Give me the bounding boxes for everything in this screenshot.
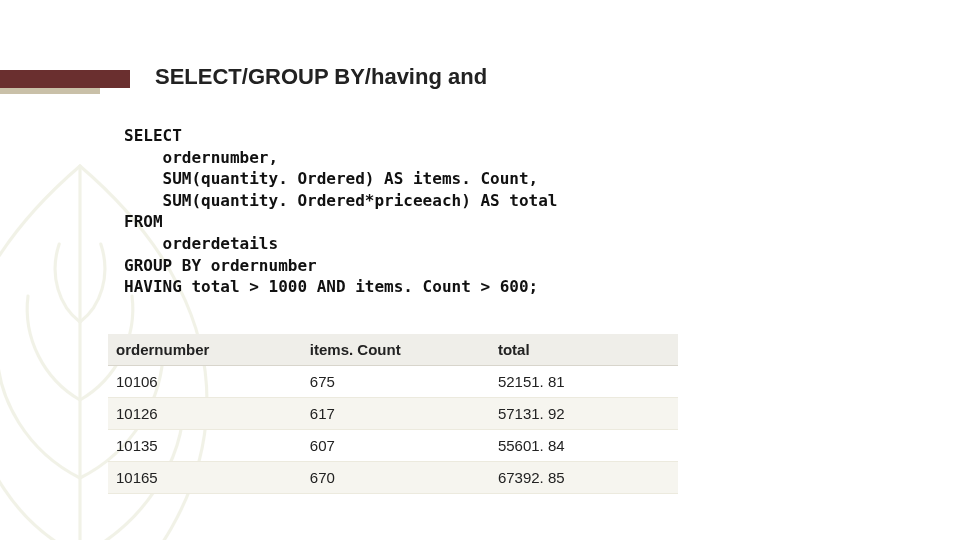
table-row: 1013560755601. 84 — [108, 430, 678, 462]
table-header-row: ordernumber items. Count total — [108, 334, 678, 366]
sql-code-block: SELECT ordernumber, SUM(quantity. Ordere… — [124, 125, 557, 298]
table-cell: 617 — [302, 398, 490, 430]
table-cell: 10135 — [108, 430, 302, 462]
table-row: 1010667552151. 81 — [108, 366, 678, 398]
accent-bar-light — [0, 88, 100, 94]
accent-bar — [0, 70, 130, 88]
table-header-cell: ordernumber — [108, 334, 302, 366]
table-cell: 10126 — [108, 398, 302, 430]
result-table: ordernumber items. Count total 101066755… — [108, 334, 678, 494]
table-header-cell: items. Count — [302, 334, 490, 366]
table-cell: 10106 — [108, 366, 302, 398]
result-table-wrap: ordernumber items. Count total 101066755… — [108, 334, 678, 494]
table-cell: 52151. 81 — [490, 366, 678, 398]
table-row: 1016567067392. 85 — [108, 462, 678, 494]
table-cell: 675 — [302, 366, 490, 398]
table-row: 1012661757131. 92 — [108, 398, 678, 430]
table-header-cell: total — [490, 334, 678, 366]
table-cell: 607 — [302, 430, 490, 462]
table-cell: 57131. 92 — [490, 398, 678, 430]
table-cell: 670 — [302, 462, 490, 494]
table-cell: 55601. 84 — [490, 430, 678, 462]
slide-title: SELECT/GROUP BY/having and — [155, 64, 487, 90]
table-cell: 10165 — [108, 462, 302, 494]
table-cell: 67392. 85 — [490, 462, 678, 494]
